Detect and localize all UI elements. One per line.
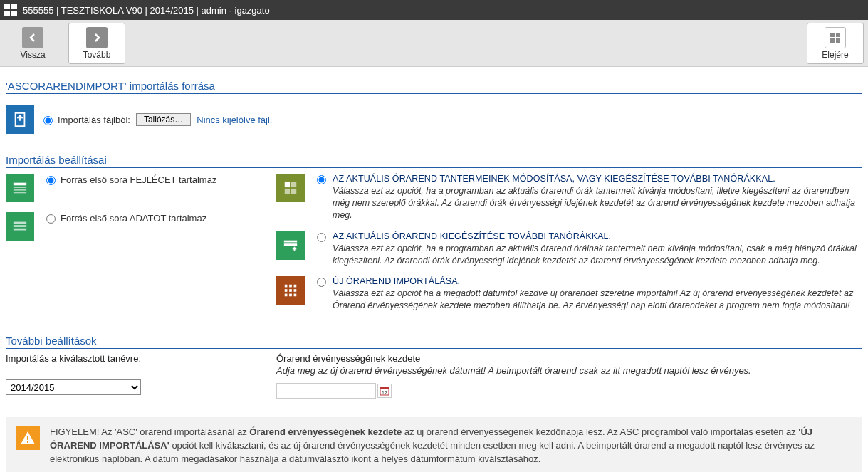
- next-button[interactable]: Tovább: [68, 23, 125, 64]
- import-from-file-option[interactable]: Importálás fájlból:: [40, 114, 130, 125]
- data-row-icon: [6, 212, 34, 241]
- mode-modify-title: AZ AKTUÁLIS ÓRAREND TANTERMEINEK MÓDOSÍT…: [333, 174, 862, 184]
- svg-rect-0: [4, 4, 10, 9]
- import-from-file-label: Importálás fájlból:: [58, 115, 130, 125]
- toolbar: Vissza Tovább Elejére: [0, 20, 868, 67]
- svg-text:12: 12: [382, 390, 387, 395]
- arrow-right-icon: [86, 27, 108, 48]
- svg-rect-12: [14, 192, 26, 194]
- svg-rect-10: [14, 187, 26, 188]
- settings-heading: Importálás beállításai: [6, 154, 862, 168]
- svg-rect-22: [285, 285, 288, 288]
- svg-rect-34: [27, 436, 28, 440]
- mode-modify-desc: Válassza ezt az opciót, ha a programban …: [333, 185, 862, 221]
- further-heading: További beállítások: [6, 335, 862, 349]
- mode-append-radio[interactable]: [317, 233, 326, 242]
- back-label: Vissza: [20, 50, 45, 60]
- svg-rect-29: [289, 294, 292, 297]
- validity-date-help: Adja meg az új órarend érvényességének d…: [276, 365, 862, 376]
- mode-new-radio[interactable]: [317, 278, 326, 287]
- back-button[interactable]: Vissza: [4, 23, 61, 64]
- import-from-file-radio[interactable]: [43, 116, 53, 125]
- warning-text: FIGYELEM! Az 'ASC' órarend importálásáná…: [50, 426, 852, 466]
- mode-append-desc: Válassza ezt az opciót, ha a programban …: [333, 243, 862, 267]
- svg-rect-11: [14, 189, 26, 191]
- top-button[interactable]: Elejére: [807, 23, 864, 64]
- validity-date-input[interactable]: [276, 383, 376, 399]
- first-row-data-option[interactable]: Forrás első sora ADATOT tartalmaz: [43, 212, 206, 224]
- school-year-label: Importálás a kiválasztott tanévre:: [6, 353, 248, 364]
- school-year-select[interactable]: 2014/2015: [6, 379, 141, 395]
- svg-rect-24: [294, 285, 297, 288]
- svg-rect-4: [830, 33, 835, 37]
- warning-attn: FIGYELEM!: [50, 426, 99, 437]
- first-row-header-option[interactable]: Forrás első sora FEJLÉCET tartalmaz: [43, 174, 216, 185]
- svg-rect-25: [285, 290, 288, 293]
- svg-rect-17: [291, 182, 296, 187]
- modify-rooms-icon: [276, 174, 305, 202]
- append-lessons-icon: [276, 231, 305, 260]
- svg-rect-30: [294, 294, 297, 297]
- first-row-data-label: Forrás első sora ADATOT tartalmaz: [61, 213, 206, 224]
- svg-rect-20: [284, 240, 297, 242]
- header-row-icon: [6, 174, 34, 202]
- svg-rect-15: [14, 229, 26, 231]
- svg-rect-9: [14, 183, 26, 186]
- svg-rect-35: [27, 441, 28, 443]
- svg-rect-2: [4, 11, 10, 16]
- svg-rect-27: [294, 290, 297, 293]
- window-title: 555555 | TESZTISKOLA V90 | 2014/2015 | a…: [23, 5, 270, 16]
- first-row-header-radio[interactable]: [46, 176, 56, 185]
- svg-rect-14: [14, 225, 26, 227]
- svg-rect-18: [285, 189, 290, 194]
- mode-append-title: AZ AKTUÁLIS ÓRAREND KIEGÉSZÍTÉSE TOVÁBBI…: [333, 231, 862, 241]
- arrow-left-icon: [22, 27, 43, 48]
- first-row-header-label: Forrás első sora FEJLÉCET tartalmaz: [61, 174, 216, 185]
- warning-icon: [16, 426, 40, 450]
- next-label: Tovább: [83, 50, 111, 60]
- svg-rect-1: [11, 4, 17, 9]
- svg-rect-16: [285, 182, 290, 187]
- top-label: Elejére: [822, 50, 848, 60]
- svg-rect-7: [836, 38, 840, 43]
- first-row-data-radio[interactable]: [46, 214, 56, 224]
- mode-modify-radio[interactable]: [317, 175, 326, 184]
- svg-rect-21: [284, 243, 297, 246]
- mode-new-title: ÚJ ÓRAREND IMPORTÁLÁSA.: [333, 276, 862, 286]
- validity-date-label: Órarend érvényességének kezdete: [276, 353, 862, 364]
- svg-rect-5: [836, 33, 840, 37]
- mode-new-desc: Válassza ezt az opciót ha a megadott dát…: [333, 288, 862, 312]
- import-file-icon: [6, 105, 34, 134]
- svg-rect-3: [11, 11, 17, 16]
- svg-rect-23: [289, 285, 292, 288]
- svg-rect-26: [289, 290, 292, 293]
- calendar-icon[interactable]: 12: [377, 384, 392, 398]
- svg-rect-32: [380, 387, 389, 389]
- source-heading: 'ASCORARENDIMPORT' importálás forrása: [6, 80, 862, 94]
- browse-button[interactable]: Tallózás…: [136, 113, 191, 126]
- new-timetable-icon: [276, 276, 305, 305]
- svg-rect-13: [14, 222, 26, 224]
- svg-rect-19: [291, 189, 296, 194]
- svg-rect-6: [830, 38, 835, 43]
- grid-icon: [825, 27, 846, 48]
- warning-panel: FIGYELEM! Az 'ASC' órarend importálásáná…: [6, 417, 862, 472]
- window-titlebar: 555555 | TESZTISKOLA V90 | 2014/2015 | a…: [0, 0, 868, 20]
- svg-rect-28: [285, 294, 288, 297]
- no-file-selected: Nincs kijelölve fájl.: [197, 115, 272, 125]
- app-logo-icon: [4, 4, 17, 16]
